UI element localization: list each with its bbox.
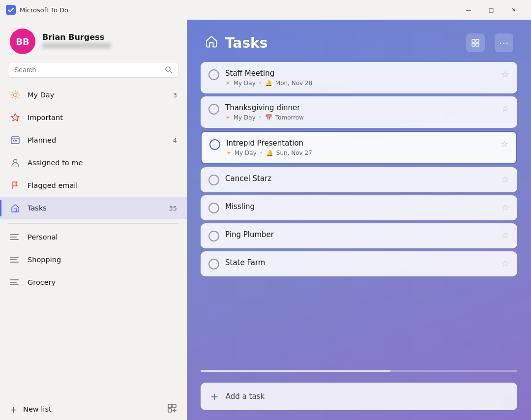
tasks-count: 35 xyxy=(169,205,177,212)
task-body-cancel-starz: Cancel Starz xyxy=(225,174,496,183)
assigned-label: Assigned to me xyxy=(28,159,170,167)
task-item-ping-plumber[interactable]: Ping Plumber ☆ xyxy=(201,223,517,248)
task-item-intrepid[interactable]: Intrepid Presentation ☀ My Day • 🔔 Sun, … xyxy=(201,131,517,164)
new-list-button[interactable]: + New list xyxy=(10,404,52,415)
search-icon xyxy=(165,66,173,74)
task-complete-circle-staff-meeting[interactable] xyxy=(208,69,219,80)
sun-meta-icon3: ☀ xyxy=(226,150,232,156)
important-label: Important xyxy=(28,114,170,121)
task-star-ping-plumber[interactable]: ☆ xyxy=(502,230,509,240)
list-icon-personal xyxy=(10,234,21,240)
sidebar-divider xyxy=(8,223,179,224)
task-star-state-farm[interactable]: ☆ xyxy=(502,258,509,269)
app-logo xyxy=(6,5,16,15)
sidebar-item-important[interactable]: Important xyxy=(0,106,187,129)
maximize-button[interactable]: □ xyxy=(480,2,502,18)
nav-list: My Day 3 Important xyxy=(0,82,187,221)
task-complete-circle-missling[interactable] xyxy=(208,203,219,213)
svg-rect-19 xyxy=(173,404,176,408)
search-input[interactable] xyxy=(14,66,161,74)
tasks-header: Tasks ··· xyxy=(187,20,531,62)
task-item-missling[interactable]: Missling ☆ xyxy=(201,195,517,220)
sidebar: BB Brian Burgess xyxy=(0,20,187,420)
task-complete-circle-cancel-starz[interactable] xyxy=(208,175,219,185)
scroll-thumb[interactable] xyxy=(201,370,390,372)
task-star-thanksgiving[interactable]: ☆ xyxy=(502,103,509,114)
user-profile[interactable]: BB Brian Burgess xyxy=(0,20,187,60)
new-list-alt-icon[interactable] xyxy=(167,403,177,415)
user-email-text xyxy=(42,43,111,49)
sun-meta-icon2: ☀ xyxy=(225,114,231,121)
sidebar-item-assigned[interactable]: Assigned to me xyxy=(0,151,187,174)
ellipsis-icon: ··· xyxy=(499,38,509,48)
sun-meta-icon: ☀ xyxy=(225,80,231,87)
more-options-button[interactable]: ··· xyxy=(495,33,513,52)
tasks-title: Tasks xyxy=(225,35,456,51)
sep3: • xyxy=(260,150,263,156)
task-item-thanksgiving[interactable]: Thanksgiving dinner ☀ My Day • 📅 Tomorro… xyxy=(201,96,517,128)
sidebar-item-planned[interactable]: Planned 4 xyxy=(0,129,187,151)
add-task-area: + Add a task xyxy=(187,376,531,420)
task-complete-circle-thanksgiving[interactable] xyxy=(208,104,219,115)
search-container xyxy=(0,60,187,82)
sidebar-item-tasks[interactable]: Tasks 35 xyxy=(0,197,187,219)
planned-label: Planned xyxy=(28,136,166,144)
shopping-label: Shopping xyxy=(28,256,61,264)
tasks-list: Staff Meeting ☀ My Day • 🔔 Mon, Nov 28 ☆… xyxy=(187,62,531,370)
task-body-missling: Missling xyxy=(225,202,496,211)
sidebar-item-my-day[interactable]: My Day 3 xyxy=(0,84,187,106)
bell-icon2: 🔔 xyxy=(266,150,273,156)
sidebar-item-grocery[interactable]: Grocery xyxy=(0,271,187,294)
app-title: Microsoft To Do xyxy=(20,6,457,14)
star-icon xyxy=(10,112,21,123)
sep2: • xyxy=(259,114,262,121)
sidebar-bottom: + New list xyxy=(0,398,187,420)
task-star-intrepid[interactable]: ☆ xyxy=(501,139,508,149)
calendar-icon: 📅 xyxy=(265,114,272,121)
list-icon-grocery xyxy=(10,279,21,285)
sidebar-item-personal[interactable]: Personal xyxy=(0,226,187,248)
task-complete-circle-intrepid[interactable] xyxy=(209,139,220,150)
list-icon-shopping xyxy=(10,257,21,263)
svg-rect-24 xyxy=(476,39,479,42)
tasks-header-home-icon xyxy=(205,34,218,51)
svg-rect-20 xyxy=(168,409,172,412)
task-complete-circle-state-farm[interactable] xyxy=(208,259,219,270)
search-box[interactable] xyxy=(8,62,179,78)
svg-point-3 xyxy=(14,93,17,97)
avatar: BB xyxy=(10,29,35,54)
sidebar-item-flagged[interactable]: Flagged email xyxy=(0,174,187,197)
svg-rect-25 xyxy=(472,43,475,46)
task-meta-intrepid: ☀ My Day • 🔔 Sun, Nov 27 xyxy=(226,150,495,156)
my-day-count: 3 xyxy=(173,91,177,99)
task-body-staff-meeting: Staff Meeting ☀ My Day • 🔔 Mon, Nov 28 xyxy=(225,69,496,87)
add-task-plus-icon: + xyxy=(210,390,219,402)
close-button[interactable]: ✕ xyxy=(502,2,525,18)
new-list-plus-icon: + xyxy=(10,404,17,415)
task-name-ping-plumber: Ping Plumber xyxy=(225,230,496,239)
add-task-button[interactable]: + Add a task xyxy=(201,383,517,410)
task-complete-circle-ping-plumber[interactable] xyxy=(208,231,219,241)
sidebar-item-shopping[interactable]: Shopping xyxy=(0,248,187,271)
task-item-staff-meeting[interactable]: Staff Meeting ☀ My Day • 🔔 Mon, Nov 28 ☆ xyxy=(201,62,517,93)
svg-point-16 xyxy=(14,159,17,163)
titlebar: Microsoft To Do — □ ✕ xyxy=(0,0,531,20)
sun-icon xyxy=(10,90,21,100)
task-body-state-farm: State Farm xyxy=(225,258,496,267)
task-name-state-farm: State Farm xyxy=(225,258,496,267)
task-item-cancel-starz[interactable]: Cancel Starz ☆ xyxy=(201,167,517,192)
svg-rect-23 xyxy=(472,39,475,42)
expand-view-button[interactable] xyxy=(466,33,485,52)
task-body-ping-plumber: Ping Plumber xyxy=(225,230,496,239)
minimize-button[interactable]: — xyxy=(457,2,480,18)
svg-line-2 xyxy=(170,71,172,73)
date-meta: Mon, Nov 28 xyxy=(275,80,312,87)
task-star-cancel-starz[interactable]: ☆ xyxy=(502,174,509,184)
my-day-meta: My Day xyxy=(234,80,256,87)
task-star-missling[interactable]: ☆ xyxy=(502,202,509,212)
task-body-intrepid: Intrepid Presentation ☀ My Day • 🔔 Sun, … xyxy=(226,139,495,156)
home-icon xyxy=(10,203,21,213)
task-item-state-farm[interactable]: State Farm ☆ xyxy=(201,251,517,276)
tomorrow-meta: Tomorrow xyxy=(275,114,304,121)
task-star-staff-meeting[interactable]: ☆ xyxy=(502,69,509,79)
